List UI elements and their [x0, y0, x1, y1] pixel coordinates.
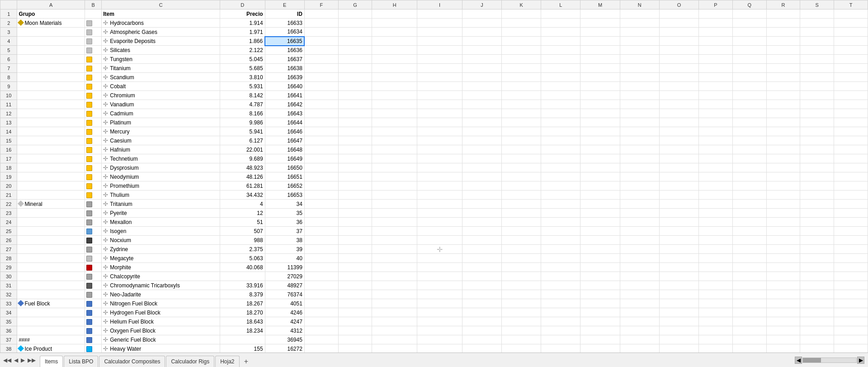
- cell-f-12[interactable]: [304, 109, 338, 118]
- cell-g-5[interactable]: [338, 46, 372, 55]
- cell-q-23[interactable]: [732, 209, 766, 218]
- cell-f-7[interactable]: [304, 64, 338, 73]
- scrollbar-left-btn[interactable]: ◀: [795, 357, 802, 364]
- cell-i-19[interactable]: [417, 172, 462, 181]
- cell-id-3[interactable]: 16634: [265, 28, 304, 37]
- cell-p-17[interactable]: [699, 154, 733, 163]
- cell-t-4[interactable]: [834, 37, 868, 46]
- cell-item-2[interactable]: ✢Hydrocarbons: [102, 19, 220, 28]
- horizontal-scrollbar-track[interactable]: [802, 357, 857, 363]
- cell-r-36[interactable]: [766, 326, 800, 335]
- cell-l-11[interactable]: [541, 100, 580, 109]
- cell-g-35[interactable]: [338, 317, 372, 326]
- cell-precio-9[interactable]: 5.931: [220, 82, 265, 91]
- cell-item-23[interactable]: ✢Pyerite: [102, 209, 220, 218]
- cell-t-27[interactable]: [834, 245, 868, 254]
- cell-f-31[interactable]: [304, 281, 338, 290]
- cell-o-7[interactable]: [659, 64, 698, 73]
- cell-r-34[interactable]: [766, 308, 800, 317]
- cell-l-27[interactable]: [541, 245, 580, 254]
- cell-g-13[interactable]: [338, 118, 372, 127]
- cell-precio-35[interactable]: 18.643: [220, 317, 265, 326]
- cell-id-14[interactable]: 16646: [265, 127, 304, 136]
- cell-o-6[interactable]: [659, 55, 698, 64]
- cell-id-28[interactable]: 40: [265, 254, 304, 263]
- cell-group-12[interactable]: [17, 109, 85, 118]
- cell-h-19[interactable]: [372, 172, 417, 181]
- cell-id-35[interactable]: 4247: [265, 317, 304, 326]
- cell-g-34[interactable]: [338, 308, 372, 317]
- cell-p-31[interactable]: [699, 281, 733, 290]
- cell-p-29[interactable]: [699, 263, 733, 272]
- cell-group-21[interactable]: [17, 191, 85, 200]
- col-header-k[interactable]: K: [501, 0, 541, 10]
- cell-l-19[interactable]: [541, 172, 580, 181]
- horizontal-scrollbar-thumb[interactable]: [803, 358, 821, 362]
- cell-p-19[interactable]: [699, 172, 733, 181]
- cell-s-5[interactable]: [800, 46, 834, 55]
- cell-r-6[interactable]: [766, 55, 800, 64]
- cell-o-35[interactable]: [659, 317, 698, 326]
- cell-g-9[interactable]: [338, 82, 372, 91]
- cell-id-31[interactable]: 48927: [265, 281, 304, 290]
- cell-id-27[interactable]: 39: [265, 245, 304, 254]
- cell-s-11[interactable]: [800, 100, 834, 109]
- tab-hoja2[interactable]: Hoja2: [215, 356, 239, 367]
- cell-group-17[interactable]: [17, 154, 85, 163]
- cell-p-6[interactable]: [699, 55, 733, 64]
- cell-p-26[interactable]: [699, 236, 733, 245]
- cell-q-20[interactable]: [732, 181, 766, 191]
- cell-j-5[interactable]: [462, 46, 501, 55]
- cell-item-28[interactable]: ✢Megacyte: [102, 254, 220, 263]
- nav-prev-arrow[interactable]: ◀: [13, 357, 19, 363]
- cell-t-17[interactable]: [834, 154, 868, 163]
- cell-id-30[interactable]: 27029: [265, 272, 304, 281]
- col-header-q[interactable]: Q: [732, 0, 766, 10]
- cell-item-26[interactable]: ✢Nocxium: [102, 236, 220, 245]
- cell-n-11[interactable]: [620, 100, 659, 109]
- cell-k-18[interactable]: [501, 163, 541, 172]
- cell-s-30[interactable]: [800, 272, 834, 281]
- cell-l-12[interactable]: [541, 109, 580, 118]
- cell-f-38[interactable]: [304, 344, 338, 353]
- cell-g-32[interactable]: [338, 290, 372, 299]
- cell-l-25[interactable]: [541, 227, 580, 236]
- cell-h-11[interactable]: [372, 100, 417, 109]
- cell-h-18[interactable]: [372, 163, 417, 172]
- cell-precio-26[interactable]: 988: [220, 236, 265, 245]
- cell-s-36[interactable]: [800, 326, 834, 335]
- cell-n-19[interactable]: [620, 172, 659, 181]
- cell-k-36[interactable]: [501, 326, 541, 335]
- cell-r-10[interactable]: [766, 91, 800, 100]
- cell-g-16[interactable]: [338, 145, 372, 154]
- cell-n-29[interactable]: [620, 263, 659, 272]
- cell-t-19[interactable]: [834, 172, 868, 181]
- scrollbar-right-btn[interactable]: ▶: [857, 357, 864, 364]
- cell-item-31[interactable]: ✢Chromodynamic Tricarboxyls: [102, 281, 220, 290]
- cell-k-9[interactable]: [501, 82, 541, 91]
- cell-t-14[interactable]: [834, 127, 868, 136]
- cell-s-2[interactable]: [800, 19, 834, 28]
- cell-item-13[interactable]: ✢Platinum: [102, 118, 220, 127]
- cell-t-7[interactable]: [834, 64, 868, 73]
- cell-id-6[interactable]: 16637: [265, 55, 304, 64]
- cell-l-30[interactable]: [541, 272, 580, 281]
- cell-m-3[interactable]: [580, 28, 620, 37]
- cell-o-26[interactable]: [659, 236, 698, 245]
- cell-q-7[interactable]: [732, 64, 766, 73]
- cell-item-9[interactable]: ✢Cobalt: [102, 82, 220, 91]
- cell-f-13[interactable]: [304, 118, 338, 127]
- cell-r-9[interactable]: [766, 82, 800, 91]
- cell-i-36[interactable]: [417, 326, 462, 335]
- cell-precio-21[interactable]: 34.432: [220, 191, 265, 200]
- cell-n-17[interactable]: [620, 154, 659, 163]
- cell-o-11[interactable]: [659, 100, 698, 109]
- cell-group-22[interactable]: Mineral: [17, 200, 85, 209]
- cell-g-33[interactable]: [338, 299, 372, 308]
- cell-item-11[interactable]: ✢Vanadium: [102, 100, 220, 109]
- cell-k-28[interactable]: [501, 254, 541, 263]
- cell-p-8[interactable]: [699, 73, 733, 82]
- cell-group-34[interactable]: [17, 308, 85, 317]
- cell-q-22[interactable]: [732, 200, 766, 209]
- cell-m-29[interactable]: [580, 263, 620, 272]
